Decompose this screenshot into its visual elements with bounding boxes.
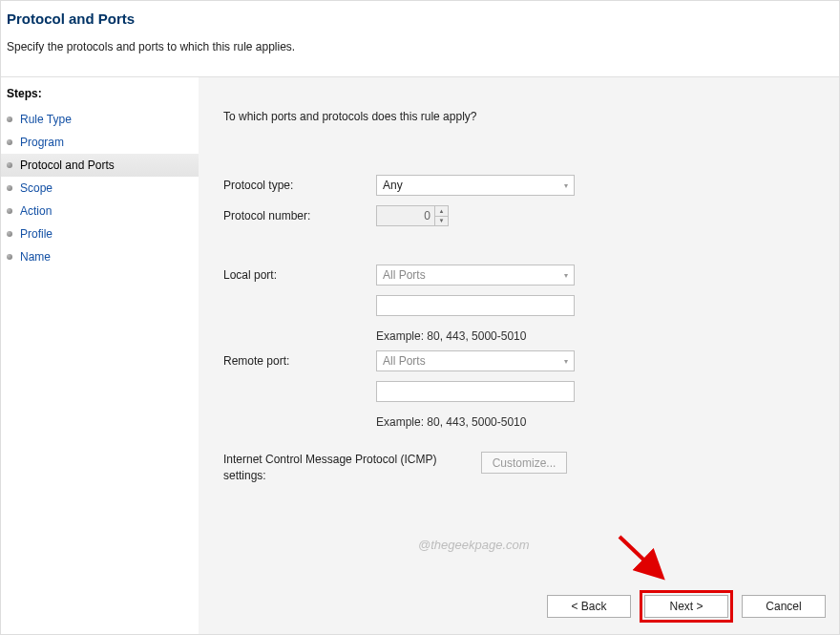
step-bullet-icon (7, 208, 12, 214)
wizard-button-bar: < Back Next > Cancel (547, 590, 826, 623)
annotation-arrow-icon (614, 533, 671, 584)
step-bullet-icon (7, 139, 12, 145)
chevron-down-icon: ▾ (564, 357, 568, 366)
step-label: Profile (20, 227, 52, 241)
page-description: Specify the protocols and ports to which… (7, 40, 833, 53)
remote-port-dropdown[interactable]: All Ports ▾ (376, 350, 575, 371)
step-bullet-icon (7, 116, 12, 122)
back-button[interactable]: < Back (547, 595, 631, 618)
step-item-protocol-and-ports[interactable]: Protocol and Ports (1, 154, 199, 177)
content-question: To which ports and protocols does this r… (223, 110, 814, 123)
protocol-number-value: 0 (377, 209, 434, 222)
local-port-value: All Ports (383, 268, 426, 282)
remote-port-value: All Ports (383, 354, 426, 368)
customize-button: Customize... (481, 452, 567, 474)
local-port-input[interactable] (376, 295, 575, 316)
watermark-text: @thegeekpage.com (418, 538, 530, 552)
next-button-highlight: Next > (640, 590, 733, 623)
spinner-up-icon[interactable]: ▲ (435, 206, 448, 217)
step-bullet-icon (7, 162, 12, 168)
step-item-profile[interactable]: Profile (1, 222, 199, 245)
step-item-name[interactable]: Name (1, 245, 199, 268)
local-port-dropdown[interactable]: All Ports ▾ (376, 265, 575, 286)
step-label: Action (20, 204, 52, 218)
chevron-down-icon: ▾ (564, 181, 568, 190)
protocol-type-dropdown[interactable]: Any ▾ (376, 175, 575, 196)
steps-sidebar: Steps: Rule TypeProgramProtocol and Port… (1, 77, 199, 635)
step-label: Rule Type (20, 113, 72, 126)
step-label: Protocol and Ports (20, 159, 115, 172)
spinner-down-icon[interactable]: ▼ (435, 217, 448, 226)
chevron-down-icon: ▾ (564, 271, 568, 280)
local-port-label: Local port: (223, 268, 376, 282)
step-label: Scope (20, 181, 52, 195)
protocol-type-value: Any (383, 179, 403, 192)
local-port-example: Example: 80, 443, 5000-5010 (223, 326, 814, 350)
step-item-scope[interactable]: Scope (1, 177, 199, 200)
protocol-number-input: 0 ▲ ▼ (376, 205, 449, 226)
page-title: Protocol and Ports (7, 11, 833, 27)
step-item-rule-type[interactable]: Rule Type (1, 108, 199, 131)
cancel-button[interactable]: Cancel (742, 595, 826, 618)
remote-port-example: Example: 80, 443, 5000-5010 (223, 412, 814, 436)
step-label: Program (20, 136, 64, 149)
remote-port-input[interactable] (376, 381, 575, 402)
protocol-number-label: Protocol number: (223, 209, 376, 222)
step-bullet-icon (7, 185, 12, 191)
content-panel: To which ports and protocols does this r… (199, 77, 839, 635)
step-bullet-icon (7, 254, 12, 260)
step-bullet-icon (7, 231, 12, 237)
steps-heading: Steps: (1, 83, 199, 108)
icmp-settings-label: Internet Control Message Protocol (ICMP)… (223, 452, 481, 484)
step-item-action[interactable]: Action (1, 200, 199, 222)
remote-port-label: Remote port: (223, 354, 376, 368)
step-label: Name (20, 250, 51, 264)
step-item-program[interactable]: Program (1, 131, 199, 154)
protocol-type-label: Protocol type: (223, 179, 376, 192)
svg-line-0 (620, 537, 660, 575)
next-button[interactable]: Next > (644, 595, 728, 618)
